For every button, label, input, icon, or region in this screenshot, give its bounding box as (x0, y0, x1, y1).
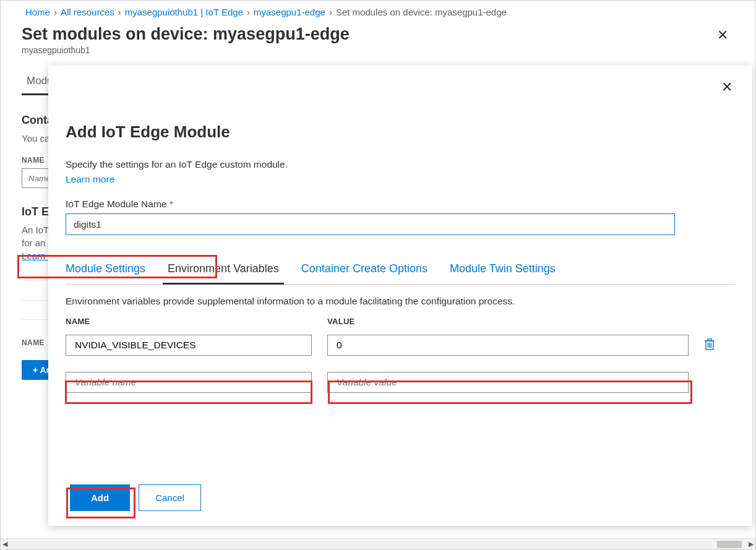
breadcrumb-iothub[interactable]: myasegpuiothub1 | IoT Edge (125, 7, 243, 17)
add-button[interactable]: Add (70, 484, 130, 511)
chevron-right-icon: › (247, 7, 250, 17)
close-icon[interactable]: ✕ (715, 25, 731, 46)
env-name-new-input[interactable] (66, 372, 312, 393)
env-name-input[interactable] (66, 335, 312, 356)
tab-module-settings[interactable]: Module Settings (66, 257, 145, 284)
chevron-right-icon: › (329, 7, 332, 17)
env-vars-description: Environment variables provide supplement… (66, 296, 735, 307)
env-var-row (66, 335, 735, 356)
scroll-thumb[interactable] (717, 541, 742, 548)
env-var-new-row (66, 372, 735, 393)
chevron-right-icon: › (54, 7, 57, 17)
cancel-button[interactable]: Cancel (139, 484, 201, 511)
breadcrumb-current: Set modules on device: myasegpu1-edge (336, 7, 507, 17)
page-title: Set modules on device: myasegpu1-edge (22, 25, 350, 44)
module-name-input[interactable] (66, 213, 675, 235)
chevron-right-icon: › (118, 7, 121, 17)
env-name-header: NAME (66, 317, 312, 326)
panel-learn-more-link[interactable]: Learn more (66, 174, 735, 185)
scroll-right-icon[interactable]: ▶ (749, 540, 754, 548)
module-name-label: IoT Edge Module Name * (66, 199, 735, 210)
add-module-panel: ✕ Add IoT Edge Module Specify the settin… (48, 66, 752, 526)
env-value-new-input[interactable] (327, 372, 689, 393)
scroll-left-icon[interactable]: ◀ (2, 540, 7, 548)
tab-environment-variables[interactable]: Environment Variables (168, 257, 279, 284)
breadcrumb-home[interactable]: Home (25, 7, 50, 17)
breadcrumb: Home › All resources › myasegpuiothub1 |… (1, 1, 755, 22)
panel-close-icon[interactable]: ✕ (719, 77, 735, 98)
horizontal-scrollbar[interactable]: ◀ ▶ (1, 538, 755, 549)
page-subtitle: myasegpuiothub1 (22, 45, 350, 55)
breadcrumb-edge-device[interactable]: myasegpu1-edge (254, 7, 325, 17)
trash-icon[interactable] (704, 338, 715, 353)
env-value-input[interactable] (327, 335, 689, 356)
env-value-header: VALUE (327, 317, 689, 326)
panel-description: Specify the settings for an IoT Edge cus… (66, 159, 735, 170)
breadcrumb-all-resources[interactable]: All resources (61, 7, 114, 17)
tab-container-create-options[interactable]: Container Create Options (301, 257, 427, 284)
tab-module-twin-settings[interactable]: Module Twin Settings (450, 257, 556, 284)
panel-title: Add IoT Edge Module (66, 122, 735, 142)
panel-tabs: Module Settings Environment Variables Co… (66, 257, 735, 285)
svg-rect-5 (708, 339, 711, 341)
